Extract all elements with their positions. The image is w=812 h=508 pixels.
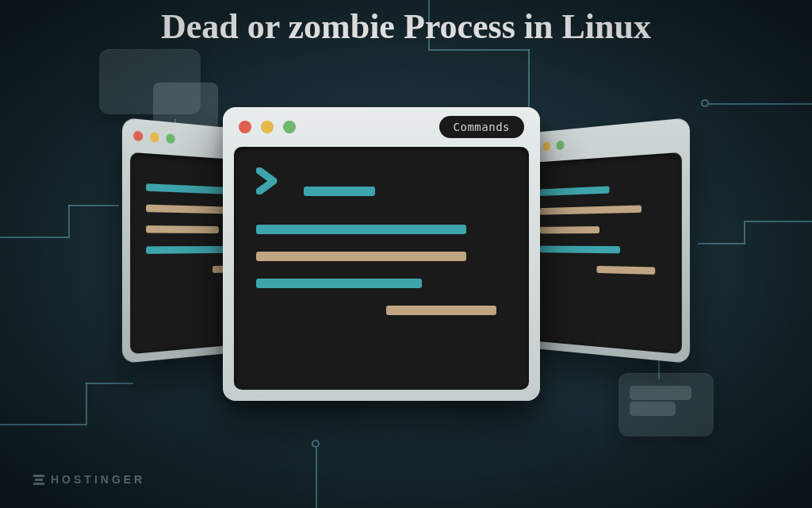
code-line — [256, 279, 422, 288]
wire — [745, 221, 812, 222]
logo-icon — [33, 475, 44, 485]
code-line — [256, 252, 466, 261]
minimize-icon — [261, 121, 274, 133]
brand-logo: HOSTINGER — [33, 473, 145, 486]
code-line — [256, 225, 466, 234]
wire — [68, 205, 119, 206]
wire — [0, 424, 86, 425]
wire — [428, 49, 530, 51]
ghost-line — [630, 386, 691, 400]
ghost-card — [99, 49, 201, 114]
wire — [68, 205, 70, 238]
code-line — [540, 186, 610, 196]
terminal-body — [527, 152, 682, 354]
node-dot — [701, 99, 709, 107]
titlebar: Commands — [223, 107, 540, 147]
node-dot — [312, 440, 320, 448]
close-icon — [133, 130, 143, 141]
close-icon — [239, 121, 251, 133]
wire — [744, 221, 745, 243]
wire — [86, 383, 133, 384]
terminal-window-main: Commands — [223, 107, 540, 401]
cursor-line — [304, 187, 375, 196]
code-line — [146, 225, 219, 233]
code-line — [540, 246, 620, 254]
minimize-icon — [543, 141, 551, 151]
code-line — [540, 205, 642, 214]
maximize-icon — [166, 133, 174, 144]
maximize-icon — [283, 121, 296, 133]
wire — [709, 103, 812, 105]
code-line — [386, 306, 496, 315]
prompt-row — [256, 167, 507, 198]
terminal-body — [234, 147, 529, 390]
maximize-icon — [557, 140, 565, 150]
code-line — [540, 226, 599, 233]
ghost-card — [619, 373, 714, 437]
prompt-icon — [256, 167, 282, 198]
code-line — [146, 183, 225, 194]
ghost-line — [630, 402, 676, 416]
code-line — [597, 266, 655, 275]
wire — [698, 243, 745, 244]
terminal-window-right — [521, 117, 690, 364]
minimize-icon — [150, 132, 159, 143]
wire — [0, 237, 68, 238]
brand-text: HOSTINGER — [51, 473, 145, 486]
commands-badge: Commands — [439, 116, 524, 138]
wire — [316, 448, 317, 508]
wire — [86, 383, 87, 425]
page-title: Dead or zombie Process in Linux — [161, 6, 651, 47]
